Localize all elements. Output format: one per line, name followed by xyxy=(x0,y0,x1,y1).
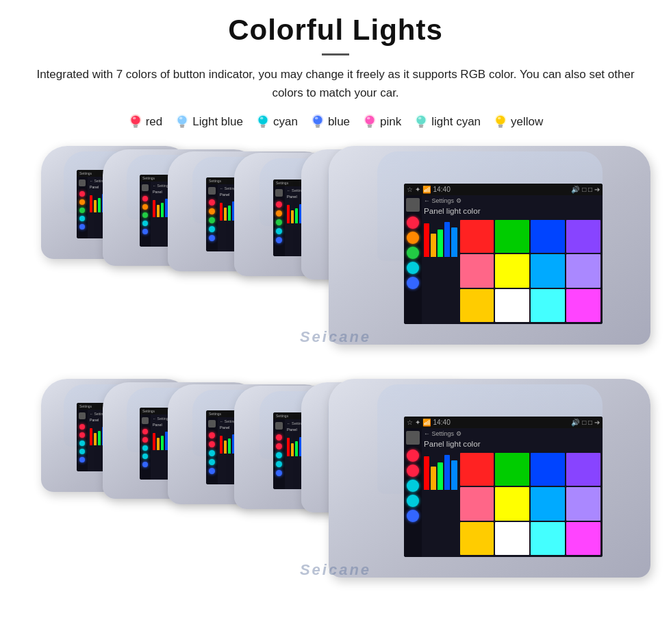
title-divider xyxy=(322,53,349,55)
car-screen-5: ☆ ✦ 📶 14:40🔊 □ □ ➔← Settings ⚙Panel ligh… xyxy=(404,417,603,557)
car-unit-5: ☆ ✦ 📶 14:40🔊 □ □ ➔← Settings ⚙Panel ligh… xyxy=(329,146,650,345)
svg-rect-18 xyxy=(316,127,320,128)
color-item-light-cyan: light cyan xyxy=(414,113,481,131)
bulb-icon-Light-blue xyxy=(175,113,190,131)
svg-rect-2 xyxy=(133,125,138,127)
bulb-icon-red xyxy=(128,113,143,131)
description-text: Integrated with 7 colors of button indic… xyxy=(34,65,637,102)
bulb-icon-light-cyan xyxy=(414,113,429,131)
color-item-cyan: cyan xyxy=(255,113,298,131)
svg-rect-17 xyxy=(316,125,320,127)
svg-rect-22 xyxy=(368,125,372,127)
color-item-Light-blue: Light blue xyxy=(175,113,243,131)
svg-point-26 xyxy=(417,116,426,125)
svg-rect-13 xyxy=(261,127,265,128)
svg-point-1 xyxy=(131,116,140,125)
svg-point-21 xyxy=(366,116,375,125)
bottom-cars-section: Settings← SettingsPanelSettings← Setting… xyxy=(21,379,650,591)
svg-point-14 xyxy=(260,117,264,120)
bulb-icon-cyan xyxy=(255,113,270,131)
color-item-red: red xyxy=(128,113,163,131)
svg-rect-23 xyxy=(368,127,372,128)
svg-rect-32 xyxy=(498,125,503,127)
bulb-icon-pink xyxy=(362,113,377,131)
svg-point-9 xyxy=(179,117,183,120)
color-indicators-row: redLight bluecyanbluepinklight cyanyello… xyxy=(21,113,650,131)
color-label-cyan: cyan xyxy=(273,115,298,129)
color-label-pink: pink xyxy=(380,115,401,129)
svg-point-11 xyxy=(258,116,267,125)
svg-point-24 xyxy=(367,117,370,120)
color-label-light-cyan: light cyan xyxy=(431,115,481,129)
svg-rect-3 xyxy=(134,127,138,128)
title-section: Colorful Lights xyxy=(21,14,650,55)
svg-rect-7 xyxy=(180,125,185,127)
bulb-icon-yellow xyxy=(493,113,508,131)
svg-point-19 xyxy=(315,117,318,120)
svg-rect-28 xyxy=(419,127,423,128)
svg-point-29 xyxy=(418,117,422,120)
color-item-yellow: yellow xyxy=(493,113,543,131)
svg-point-16 xyxy=(313,116,322,125)
svg-rect-12 xyxy=(261,125,266,127)
page-title: Colorful Lights xyxy=(21,14,650,47)
color-item-pink: pink xyxy=(362,113,401,131)
svg-point-31 xyxy=(496,116,505,125)
car-screen-5: ☆ ✦ 📶 14:40🔊 □ □ ➔← Settings ⚙Panel ligh… xyxy=(404,184,603,324)
color-label-red: red xyxy=(146,115,163,129)
svg-point-6 xyxy=(178,116,187,125)
car-unit-5: ☆ ✦ 📶 14:40🔊 □ □ ➔← Settings ⚙Panel ligh… xyxy=(329,379,650,578)
svg-point-34 xyxy=(498,117,501,120)
svg-point-4 xyxy=(132,117,136,120)
color-label-blue: blue xyxy=(328,115,350,129)
color-label-Light-blue: Light blue xyxy=(192,115,243,129)
bulb-icon-blue xyxy=(310,113,325,131)
svg-rect-33 xyxy=(498,127,503,128)
svg-rect-27 xyxy=(419,125,424,127)
top-cars-section: Settings← SettingsPanelSettings← Setting… xyxy=(21,146,650,358)
page-container: Colorful Lights Integrated with 7 colors… xyxy=(0,0,671,605)
color-item-blue: blue xyxy=(310,113,350,131)
svg-rect-8 xyxy=(180,127,184,128)
color-label-yellow: yellow xyxy=(511,115,543,129)
